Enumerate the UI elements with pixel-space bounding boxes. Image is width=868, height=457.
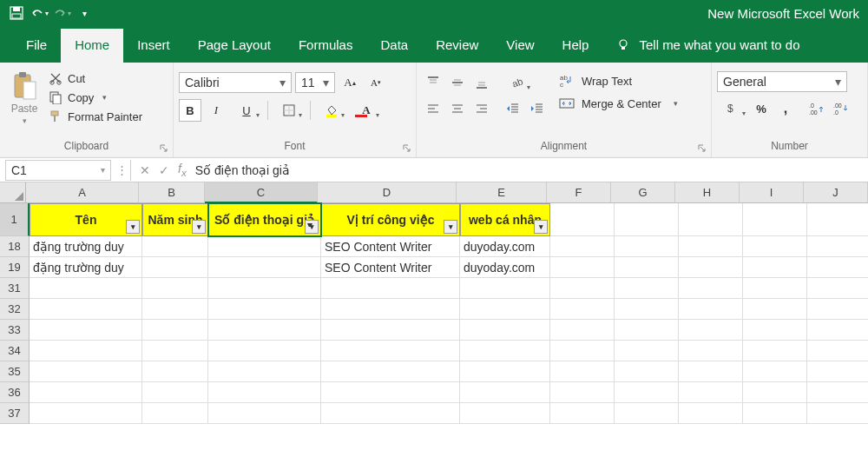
decrease-indent-button[interactable] <box>502 97 524 120</box>
cell[interactable] <box>142 236 208 257</box>
merge-center-button[interactable]: Merge & Center▾ <box>559 96 678 111</box>
cell[interactable] <box>807 257 868 278</box>
cell[interactable] <box>550 320 615 341</box>
column-header[interactable]: I <box>740 182 804 203</box>
increase-font-button[interactable]: A▴ <box>339 71 361 94</box>
cell[interactable] <box>615 257 679 278</box>
column-header[interactable]: B <box>139 182 205 203</box>
cell[interactable] <box>550 203 615 236</box>
cell[interactable] <box>460 403 550 424</box>
cell[interactable] <box>550 236 615 257</box>
cell[interactable] <box>550 299 615 320</box>
row-header[interactable]: 32 <box>0 299 30 320</box>
wrap-text-button[interactable]: abcWrap Text <box>559 73 678 89</box>
font-color-button[interactable]: A▾ <box>351 99 382 122</box>
cell[interactable] <box>807 278 868 299</box>
cell[interactable] <box>743 278 807 299</box>
increase-decimal-button[interactable]: .0.00 <box>806 97 828 120</box>
cell[interactable] <box>550 403 615 424</box>
column-header[interactable]: C <box>205 182 318 203</box>
tab-file[interactable]: File <box>12 29 61 63</box>
cell[interactable] <box>460 361 550 382</box>
column-header[interactable]: D <box>318 182 457 203</box>
tab-formulas[interactable]: Formulas <box>285 29 367 63</box>
decrease-font-button[interactable]: A▾ <box>365 71 387 94</box>
cell[interactable] <box>679 203 743 236</box>
enter-icon[interactable]: ✓ <box>159 163 169 177</box>
cell[interactable] <box>550 278 615 299</box>
cell[interactable] <box>208 320 321 341</box>
cell[interactable]: duyoday.com <box>460 236 550 257</box>
cell[interactable] <box>807 361 868 382</box>
cell[interactable] <box>679 257 743 278</box>
filter-button[interactable]: ▾ <box>305 220 319 234</box>
cell[interactable] <box>679 236 743 257</box>
row-header[interactable]: 31 <box>0 278 30 299</box>
row-header[interactable]: 33 <box>0 320 30 341</box>
italic-button[interactable]: I <box>205 99 227 122</box>
cell[interactable] <box>679 341 743 361</box>
align-top-button[interactable] <box>422 71 444 94</box>
cell[interactable] <box>743 320 807 341</box>
column-header[interactable]: G <box>611 182 675 203</box>
cell[interactable] <box>807 203 868 236</box>
save-icon[interactable] <box>7 3 26 23</box>
cell[interactable] <box>142 361 208 382</box>
tab-insert[interactable]: Insert <box>123 29 184 63</box>
dialog-launcher-icon[interactable] <box>402 143 412 154</box>
cell[interactable] <box>679 320 743 341</box>
copy-button[interactable]: Copy▾ <box>49 90 142 104</box>
cell[interactable] <box>208 278 321 299</box>
row-header[interactable]: 37 <box>0 403 30 424</box>
comma-button[interactable]: , <box>774 97 797 120</box>
decrease-decimal-button[interactable]: .00.0 <box>830 97 852 120</box>
font-name-combo[interactable]: Calibri▾ <box>179 72 292 93</box>
filter-button[interactable]: ▾ <box>444 220 457 234</box>
cell[interactable] <box>460 278 550 299</box>
cell[interactable] <box>30 299 142 320</box>
row-header[interactable]: 34 <box>0 341 30 361</box>
cell[interactable] <box>743 341 807 361</box>
format-painter-button[interactable]: Format Painter <box>49 109 142 123</box>
cell[interactable] <box>743 299 807 320</box>
cell[interactable] <box>142 341 208 361</box>
column-header[interactable]: F <box>547 182 611 203</box>
align-middle-button[interactable] <box>446 71 469 94</box>
cell[interactable] <box>142 299 208 320</box>
tab-review[interactable]: Review <box>422 29 492 63</box>
cell[interactable] <box>142 320 208 341</box>
cell[interactable] <box>208 257 321 278</box>
cell[interactable] <box>679 403 743 424</box>
cell[interactable] <box>321 403 460 424</box>
cell[interactable] <box>30 403 142 424</box>
cell[interactable] <box>321 341 460 361</box>
align-bottom-button[interactable] <box>470 71 493 94</box>
cell[interactable] <box>807 341 868 361</box>
cell[interactable] <box>615 361 679 382</box>
cell[interactable] <box>679 278 743 299</box>
cell[interactable] <box>679 382 743 403</box>
tab-help[interactable]: Help <box>549 29 603 63</box>
cell[interactable] <box>743 382 807 403</box>
cell[interactable] <box>615 278 679 299</box>
cell[interactable] <box>321 278 460 299</box>
cell[interactable] <box>30 278 142 299</box>
fill-color-button[interactable]: ▾ <box>316 99 347 122</box>
cell[interactable] <box>615 203 679 236</box>
tab-page-layout[interactable]: Page Layout <box>184 29 285 63</box>
cell[interactable] <box>743 361 807 382</box>
fx-icon[interactable]: fx <box>178 162 187 178</box>
cell[interactable] <box>208 299 321 320</box>
cell[interactable] <box>615 382 679 403</box>
cell[interactable]: SEO Content Writer <box>321 236 460 257</box>
cell[interactable] <box>679 299 743 320</box>
align-center-button[interactable] <box>446 97 469 120</box>
filter-button[interactable]: ▾ <box>192 220 206 234</box>
column-header[interactable]: E <box>457 182 547 203</box>
cell[interactable]: Số điện thoại giả▾ <box>208 203 321 236</box>
font-size-combo[interactable]: 11▾ <box>295 72 335 93</box>
cell[interactable] <box>460 382 550 403</box>
cell[interactable] <box>615 299 679 320</box>
tab-home[interactable]: Home <box>61 29 123 63</box>
cell[interactable] <box>321 320 460 341</box>
